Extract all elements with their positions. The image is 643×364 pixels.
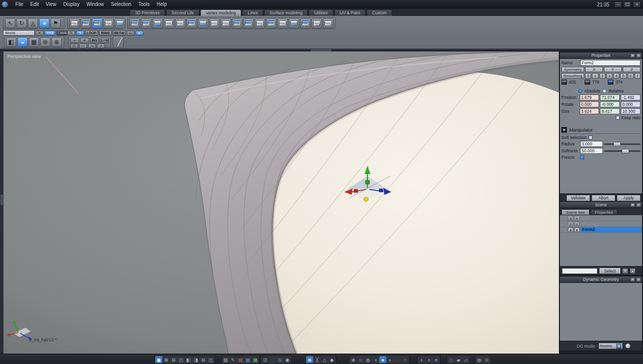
radius-field[interactable]: 3.000 [580, 141, 603, 147]
name-field[interactable]: Form2 [580, 60, 641, 66]
tab-custom[interactable]: Custom [367, 9, 392, 16]
fit-view-icon[interactable]: ⊡ [262, 356, 269, 363]
scene-item-label[interactable]: G3F [581, 216, 592, 221]
display-wireframe-icon[interactable]: ⊕ [350, 356, 357, 363]
modeling-tool-icon[interactable] [255, 18, 265, 28]
position-x-field[interactable]: 1.679 [580, 94, 599, 100]
menu-help[interactable]: Help [153, 0, 171, 9]
mini-tool-icon[interactable]: ⇨ [79, 44, 87, 48]
dg-mode-dropdown[interactable]: Restric... ▾ [598, 343, 623, 349]
pen-select-icon[interactable]: ✎ [67, 31, 75, 36]
layout-columns[interactable]: ◫ [207, 356, 214, 363]
keep-ratio-checkbox[interactable] [616, 116, 620, 120]
layout-split-top[interactable]: ◰ [178, 356, 184, 363]
modeling-tool-icon[interactable] [141, 18, 151, 28]
scene-item-label[interactable]: Form2 [581, 227, 642, 232]
eye-icon[interactable]: ◉ [284, 356, 291, 363]
manipulator-axes-icon[interactable]: ⊕ [306, 356, 313, 363]
scene-tree-row-selected[interactable]: ▦ ◉ Form2 [560, 227, 642, 233]
one-over-n-button[interactable]: 1 / N [100, 38, 109, 43]
display-transparent-icon[interactable]: ◌ [394, 356, 401, 363]
radius-slider-handle[interactable] [613, 142, 621, 146]
size-x-field[interactable]: 3.624 [580, 108, 599, 114]
display-hiddenline-icon[interactable]: ⊛ [357, 356, 364, 363]
multi-mode-icon[interactable] [115, 18, 125, 28]
move-up-icon[interactable]: ▴ [630, 268, 636, 274]
modeling-tool-icon[interactable] [266, 18, 276, 28]
zoom-out-tool-icon[interactable]: − [323, 18, 333, 28]
modeling-tool-icon[interactable] [232, 18, 242, 28]
position-z-field[interactable]: -1.492 [621, 94, 641, 100]
smoothing-7-button[interactable]: 7 [635, 73, 641, 79]
fan-icon[interactable]: ∗ [433, 356, 440, 363]
tab-uv-paint[interactable]: UV & Paint [334, 9, 366, 16]
modeling-tool-icon[interactable] [277, 18, 288, 28]
mini-tool-icon[interactable]: ↗ [97, 44, 105, 48]
visibility-eye-icon[interactable]: ◉ [574, 222, 580, 226]
modeling-tool-icon[interactable] [130, 18, 140, 28]
object-mode-icon[interactable] [103, 18, 114, 28]
menu-edit[interactable]: Edit [27, 0, 42, 9]
sphere-tool-icon[interactable]: ◕ [39, 18, 49, 28]
gizmo-z-handle[interactable] [379, 189, 383, 192]
select-button[interactable]: Select [599, 268, 621, 274]
zoom-icon[interactable]: ⊙ [276, 356, 283, 363]
softness-field[interactable]: 50.000 [580, 148, 603, 154]
deform-tool-icon[interactable]: ⊕ [51, 37, 62, 47]
symmetry-button[interactable]: Symmetry [561, 67, 584, 72]
edge-mode-icon[interactable] [81, 18, 91, 28]
zoom-in-tool-icon[interactable]: + [312, 18, 322, 28]
shrink-selection-button[interactable]: − [70, 38, 79, 43]
modeling-tool-icon[interactable] [164, 18, 174, 28]
pen-paint-icon[interactable]: ✎ [76, 31, 84, 36]
rotate-tool-icon[interactable]: ↻ [16, 18, 27, 28]
deform-tool-icon[interactable]: ▦ [29, 37, 39, 47]
scene-tree-row[interactable]: ▦ ◉ G3F [560, 215, 642, 221]
softness-slider-handle[interactable] [622, 149, 629, 153]
validate-button[interactable]: Validate [566, 195, 590, 201]
modeling-tool-icon[interactable] [152, 18, 163, 28]
left-splitter-handle[interactable] [0, 194, 3, 205]
dynamic-geometry-titlebar[interactable]: Dynamic Geometry ▾ × [560, 276, 642, 283]
menu-tools[interactable]: Tools [135, 0, 153, 9]
brush-tool-icon[interactable]: ╱ [115, 37, 125, 47]
deform-tool-icon[interactable]: ◒ [17, 37, 28, 47]
axis-red-icon[interactable]: ▤ [237, 356, 244, 363]
perspective-viewport[interactable]: Perspective view 0_mi_hair13 * [3, 51, 559, 354]
smoothing-button[interactable]: Smoothing [561, 73, 584, 79]
softness-slider[interactable] [604, 150, 641, 152]
panel-collapse-icon[interactable]: ▾ [630, 203, 635, 207]
select-tool-icon[interactable]: ↖ [5, 18, 15, 28]
deform-tool-icon[interactable]: ◧ [6, 37, 16, 47]
tab-3d-primitives[interactable]: 3D Primitives [130, 9, 165, 16]
scene-tree-row[interactable]: ▦ ◉ Skullcap [560, 221, 642, 227]
panel-close-icon[interactable]: × [636, 277, 641, 282]
modeling-tool-icon[interactable] [243, 18, 254, 28]
dg-preview-sphere-icon[interactable] [625, 343, 631, 349]
properties-panel-titlebar[interactable]: Properties ▾ × [560, 52, 642, 59]
layout-quad[interactable]: ⊞ [163, 356, 170, 363]
freeze-checkbox[interactable]: ✓ [580, 155, 584, 159]
ghost-block-icon[interactable]: ▱ [462, 356, 469, 363]
tab-scene-properties[interactable]: Properties [591, 209, 617, 215]
panel-collapse-icon[interactable]: ▾ [630, 53, 635, 58]
orbit-icon[interactable]: ◌ [269, 356, 276, 363]
smoothing-6-button[interactable]: 6 [628, 73, 634, 79]
modeling-tool-icon[interactable] [221, 18, 231, 28]
tab-lines[interactable]: Lines [242, 9, 263, 16]
tab-surface-modeling[interactable]: Surface modeling [264, 9, 308, 16]
absolute-radio[interactable] [578, 89, 582, 93]
modeling-tool-icon[interactable] [209, 18, 220, 28]
vertex-mode-icon[interactable] [69, 18, 80, 28]
size-z-field[interactable]: 10.300 [621, 108, 641, 114]
smoothing-2-button[interactable]: 2 [599, 73, 605, 79]
menu-display[interactable]: Display [60, 0, 83, 9]
solid-block-icon[interactable]: ▰ [455, 356, 462, 363]
panel-collapse-icon[interactable]: ▾ [630, 277, 635, 282]
ring-button[interactable]: RING [99, 30, 112, 36]
grow-select-icon[interactable]: ▸ [136, 31, 143, 36]
apply-button[interactable]: Apply [617, 195, 641, 201]
modeling-tool-icon[interactable] [175, 18, 185, 28]
viewport-canvas[interactable]: Perspective view 0_mi_hair13 * [3, 51, 559, 354]
render-sphere-icon[interactable]: ◍ [476, 356, 483, 363]
